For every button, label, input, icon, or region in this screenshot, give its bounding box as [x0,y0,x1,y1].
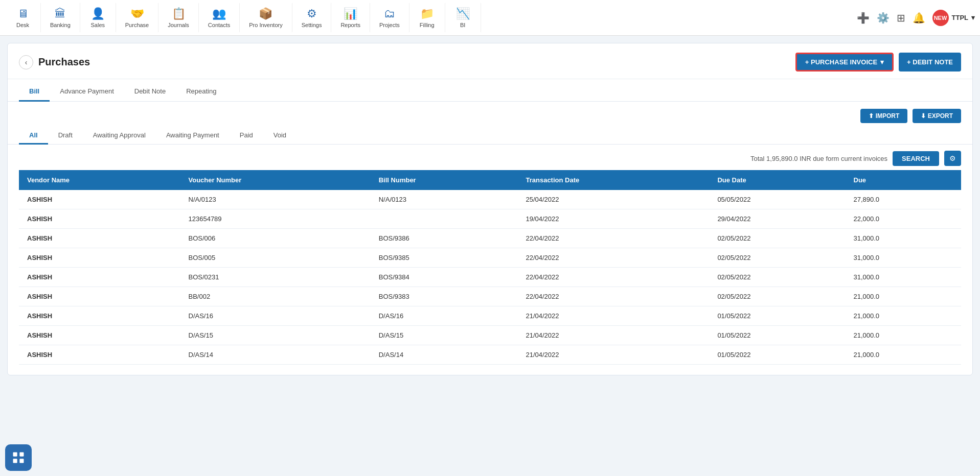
nav-item-sales[interactable]: 👤 Sales [80,3,116,32]
due-date: 29/04/2022 [709,209,845,229]
filter-tab-awaiting-approval[interactable]: Awaiting Approval [83,127,156,145]
main-tabs: BillAdvance PaymentDebit NoteRepeating [8,82,972,102]
table-row[interactable]: ASHISHD/AS/15D/AS/1521/04/202201/05/2022… [19,326,961,345]
notifications-button[interactable]: 🔔 [913,12,925,24]
add-button[interactable]: ➕ [857,12,870,24]
tab-repeating[interactable]: Repeating [176,82,226,102]
search-button[interactable]: SEARCH [893,151,939,166]
bill-number: D/AS/14 [371,345,518,365]
filter-tab-all[interactable]: All [19,127,48,145]
filter-tab-awaiting-payment[interactable]: Awaiting Payment [156,127,230,145]
voucher-number: 123654789 [180,209,371,229]
bill-number: BOS/9383 [371,287,518,306]
bill-number: N/A/0123 [371,190,518,209]
filter-tab-paid[interactable]: Paid [230,127,263,145]
table-container: Vendor NameVoucher NumberBill NumberTran… [8,170,972,365]
column-bill-number: Bill Number [371,170,518,190]
voucher-number: BOS/005 [180,248,371,268]
nav-item-contacts[interactable]: 👥 Contacts [199,3,240,32]
due-date: 01/05/2022 [709,306,845,326]
due-date: 02/05/2022 [709,268,845,287]
table-row[interactable]: ASHISHD/AS/14D/AS/1421/04/202201/05/2022… [19,345,961,365]
vendor-name-link[interactable]: ASHISH [19,229,180,248]
bi-icon: 📉 [456,7,470,20]
main-content-panel: ‹ Purchases + PURCHASE INVOICE ▾ + DEBIT… [7,43,973,375]
page-header: ‹ Purchases + PURCHASE INVOICE ▾ + DEBIT… [8,43,972,79]
import-button[interactable]: ⬆ IMPORT [860,109,907,123]
table-row[interactable]: ASHISHBOS/006BOS/938622/04/202202/05/202… [19,229,961,248]
table-row[interactable]: ASHISHN/A/0123N/A/012325/04/202205/05/20… [19,190,961,209]
voucher-number: N/A/0123 [180,190,371,209]
grid-nav-button[interactable]: ⊞ [897,12,905,24]
settings-nav-button[interactable]: ⚙️ [877,12,890,24]
top-navigation: 🖥 Desk 🏛 Banking 👤 Sales 🤝 Purchase 📋 Jo… [0,0,980,36]
txn-date: 22/04/2022 [517,248,709,268]
vendor-name-link[interactable]: ASHISH [19,190,180,209]
reports-icon: 📊 [344,7,357,20]
nav-right-actions: ➕ ⚙️ ⊞ 🔔 NEW TTPL ▾ [857,10,975,26]
txn-date: 21/04/2022 [517,326,709,345]
vendor-name-link[interactable]: ASHISH [19,248,180,268]
voucher-number: BOS/0231 [180,268,371,287]
vendor-name-link[interactable]: ASHISH [19,326,180,345]
nav-item-reports[interactable]: 📊 Reports [331,3,370,32]
nav-item-filling[interactable]: 📁 Filling [409,3,445,32]
filter-tab-draft[interactable]: Draft [48,127,83,145]
nav-item-purchase[interactable]: 🤝 Purchase [116,3,158,32]
contacts-icon: 👥 [212,7,226,20]
due-amount: 22,000.0 [846,209,962,229]
table-row[interactable]: ASHISHD/AS/16D/AS/1621/04/202201/05/2022… [19,306,961,326]
nav-item-projects[interactable]: 🗂 Projects [370,3,409,32]
nav-item-desk[interactable]: 🖥 Desk [5,3,41,32]
vendor-name-link[interactable]: ASHISH [19,306,180,326]
voucher-number: D/AS/15 [180,326,371,345]
column-due-date: Due Date [709,170,845,190]
user-avatar: NEW [932,10,949,26]
table-row[interactable]: ASHISHBB/002BOS/938322/04/202202/05/2022… [19,287,961,306]
table-row[interactable]: ASHISHBOS/0231BOS/938422/04/202202/05/20… [19,268,961,287]
banking-icon: 🏛 [55,7,66,20]
bill-number: BOS/9385 [371,248,518,268]
txn-date: 19/04/2022 [517,209,709,229]
bills-table: Vendor NameVoucher NumberBill NumberTran… [19,170,961,365]
vendor-name-link[interactable]: ASHISH [19,345,180,365]
filter-tabs: AllDraftAwaiting ApprovalAwaiting Paymen… [8,127,972,145]
user-menu[interactable]: NEW TTPL ▾ [932,10,975,26]
vendor-name-link[interactable]: ASHISH [19,268,180,287]
vendor-name-link[interactable]: ASHISH [19,287,180,306]
due-amount: 31,000.0 [846,248,962,268]
due-date: 05/05/2022 [709,190,845,209]
due-amount: 21,000.0 [846,326,962,345]
tab-debit-note[interactable]: Debit Note [124,82,176,102]
due-amount: 27,890.0 [846,190,962,209]
nav-item-journals[interactable]: 📋 Journals [158,3,199,32]
tab-advance-payment[interactable]: Advance Payment [50,82,124,102]
purchase-icon: 🤝 [130,7,144,20]
user-label: TTPL [952,14,969,21]
due-amount: 21,000.0 [846,306,962,326]
nav-item-banking[interactable]: 🏛 Banking [41,3,80,32]
toolbar-row: ⬆ IMPORT ⬇ EXPORT [8,102,972,127]
pro inventory-icon: 📦 [259,7,272,20]
due-date: 02/05/2022 [709,248,845,268]
nav-item-settings[interactable]: ⚙ Settings [292,3,332,32]
table-row[interactable]: ASHISH12365478919/04/202229/04/202222,00… [19,209,961,229]
projects-icon: 🗂 [384,7,395,20]
nav-item-bi[interactable]: 📉 BI [445,3,481,32]
voucher-number: D/AS/16 [180,306,371,326]
nav-item-pro-inventory[interactable]: 📦 Pro Inventory [240,3,292,32]
export-button[interactable]: ⬇ EXPORT [913,109,961,123]
table-settings-button[interactable]: ⚙ [944,151,961,166]
bill-number: BOS/9384 [371,268,518,287]
debit-note-button[interactable]: + DEBIT NOTE [899,53,961,72]
back-button[interactable]: ‹ [19,55,33,69]
txn-date: 25/04/2022 [517,190,709,209]
table-row[interactable]: ASHISHBOS/005BOS/938522/04/202202/05/202… [19,248,961,268]
dropdown-icon: ▾ [971,14,975,21]
tab-bill[interactable]: Bill [19,82,50,102]
vendor-name-link[interactable]: ASHISH [19,209,180,229]
page-title-row: ‹ Purchases [19,55,90,69]
filter-tab-void[interactable]: Void [263,127,297,145]
header-actions: + PURCHASE INVOICE ▾ + DEBIT NOTE [795,53,961,72]
purchase-invoice-button[interactable]: + PURCHASE INVOICE ▾ [795,53,894,72]
